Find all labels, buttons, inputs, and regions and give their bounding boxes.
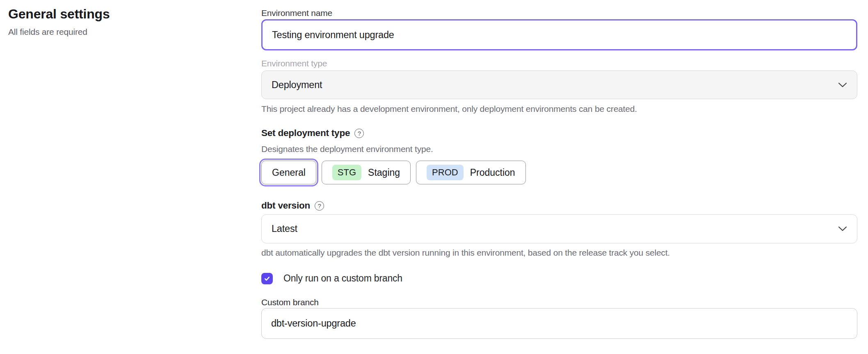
deployment-type-label-text: Set deployment type bbox=[261, 128, 350, 138]
environment-type-value: Deployment bbox=[272, 79, 322, 91]
environment-name-input[interactable] bbox=[261, 19, 857, 50]
check-icon bbox=[263, 275, 271, 282]
deployment-type-general-button[interactable]: General bbox=[261, 161, 316, 184]
help-icon[interactable]: ? bbox=[354, 129, 364, 138]
chevron-down-icon bbox=[838, 82, 847, 88]
deployment-type-options: General STG Staging PROD Production bbox=[261, 161, 857, 184]
staging-button-label: Staging bbox=[368, 167, 400, 178]
custom-branch-label: Custom branch bbox=[261, 297, 857, 308]
settings-form: Environment name Environment type Deploy… bbox=[261, 0, 857, 339]
custom-branch-checkbox-row: Only run on a custom branch bbox=[261, 272, 857, 284]
deployment-type-section-label: Set deployment type ? bbox=[261, 127, 857, 139]
chevron-down-icon bbox=[838, 226, 847, 231]
custom-branch-checkbox-label: Only run on a custom branch bbox=[283, 273, 402, 284]
environment-settings-page: General settings All fields are required… bbox=[0, 0, 868, 354]
help-icon[interactable]: ? bbox=[315, 201, 324, 211]
dbt-version-helper: dbt automatically upgrades the dbt versi… bbox=[261, 247, 857, 259]
dbt-version-value: Latest bbox=[272, 223, 297, 234]
dbt-version-label-text: dbt version bbox=[261, 200, 310, 211]
dbt-version-section-label: dbt version ? bbox=[261, 200, 857, 212]
page-title: General settings bbox=[8, 6, 238, 22]
custom-branch-checkbox[interactable] bbox=[261, 273, 273, 284]
deployment-type-description: Designates the deployment environment ty… bbox=[261, 143, 857, 155]
dbt-version-select[interactable]: Latest bbox=[261, 214, 857, 243]
deployment-type-staging-button[interactable]: STG Staging bbox=[322, 161, 411, 184]
page-subtitle: All fields are required bbox=[8, 26, 238, 38]
environment-type-select[interactable]: Deployment bbox=[261, 70, 857, 99]
production-button-label: Production bbox=[470, 167, 515, 178]
settings-header: General settings All fields are required bbox=[8, 0, 238, 38]
deployment-type-production-button[interactable]: PROD Production bbox=[416, 161, 526, 184]
environment-type-label: Environment type bbox=[261, 58, 857, 69]
custom-branch-input[interactable] bbox=[261, 308, 857, 339]
general-button-label: General bbox=[272, 167, 306, 178]
production-badge: PROD bbox=[427, 165, 464, 180]
environment-name-label: Environment name bbox=[261, 7, 857, 19]
staging-badge: STG bbox=[332, 165, 361, 180]
environment-type-helper: This project already has a development e… bbox=[261, 103, 857, 115]
